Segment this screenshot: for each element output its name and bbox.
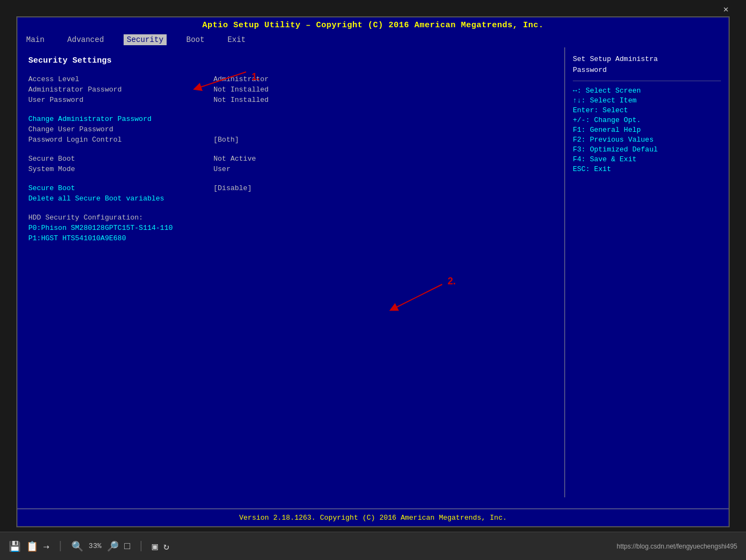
close-button[interactable]: ✕ xyxy=(723,4,729,15)
label-hdd-security: HDD Security Configuration: xyxy=(28,214,213,222)
key-f3: F3: Optimized Defaul xyxy=(573,145,721,154)
bottom-bar: Version 2.18.1263. Copyright (C) 2016 Am… xyxy=(17,508,729,526)
key-f4: F4: Save & Exit xyxy=(573,155,721,163)
taskbar-icon-refresh[interactable]: ↻ xyxy=(163,540,169,552)
label-password-login-control: Password Login Control xyxy=(28,136,213,144)
taskbar-separator-2: | xyxy=(138,540,144,552)
menu-item-boot[interactable]: Boot xyxy=(183,34,208,45)
taskbar-icon-save[interactable]: 💾 xyxy=(9,540,21,552)
taskbar: 💾 📋 ⇢ | 🔍 33% 🔎 □ | ▣ ↻ https://blog.csd… xyxy=(0,532,746,560)
section-title: Security Settings xyxy=(28,56,553,65)
menu-item-main[interactable]: Main xyxy=(23,34,48,45)
taskbar-zoom-level: 33% xyxy=(89,542,101,550)
label-secure-boot-status: Secure Boot xyxy=(28,155,213,163)
label-delete-secure-boot: Delete all Secure Boot variables xyxy=(28,194,213,203)
key-f2: F2: Previous Values xyxy=(573,136,721,144)
left-panel: Security Settings Access Level Administr… xyxy=(17,47,565,497)
key-change-opt: +/-: Change Opt. xyxy=(573,116,721,124)
row-password-login-control[interactable]: Password Login Control [Both] xyxy=(28,136,553,144)
label-user-password: User Password xyxy=(28,96,213,104)
bios-window: ✕ Aptio Setup Utility – Copyright (C) 20… xyxy=(16,16,730,527)
row-secure-boot-toggle[interactable]: Secure Boot [Disable] xyxy=(28,184,553,192)
taskbar-icon-copy[interactable]: 📋 xyxy=(26,540,38,552)
right-divider xyxy=(573,81,721,81)
label-access-level: Access Level xyxy=(28,75,213,83)
label-system-mode: System Mode xyxy=(28,165,213,173)
value-user-password: Not Installed xyxy=(213,96,268,104)
zoom-value: 33% xyxy=(89,542,101,550)
label-p0: P0:Phison SM280128GPTC15T-S114-110 xyxy=(28,224,213,232)
value-access-level: Administrator xyxy=(213,75,268,83)
content-area: Security Settings Access Level Administr… xyxy=(17,47,729,497)
menu-item-exit[interactable]: Exit xyxy=(224,34,249,45)
row-change-admin-password[interactable]: Change Administrator Password xyxy=(28,115,553,123)
row-p1[interactable]: P1:HGST HTS541010A9E680 xyxy=(28,234,553,242)
value-admin-password: Not Installed xyxy=(213,86,268,94)
right-panel: Set Setup AdministraPassword ↔: Select S… xyxy=(565,47,729,497)
title-text: Aptio Setup Utility – Copyright (C) 2016… xyxy=(202,21,543,30)
label-change-admin-password: Change Administrator Password xyxy=(28,115,213,123)
label-admin-password: Administrator Password xyxy=(28,86,213,94)
title-bar: Aptio Setup Utility – Copyright (C) 2016… xyxy=(17,17,729,33)
menu-item-security[interactable]: Security xyxy=(124,34,167,45)
row-access-level: Access Level Administrator xyxy=(28,75,553,83)
taskbar-icon-fit[interactable]: □ xyxy=(124,541,130,552)
row-secure-boot-status: Secure Boot Not Active xyxy=(28,155,553,163)
label-change-user-password: Change User Password xyxy=(28,125,213,133)
key-select-item: ↑↓: Select Item xyxy=(573,96,721,105)
value-secure-boot-toggle: [Disable] xyxy=(213,184,252,192)
key-select-screen: ↔: Select Screen xyxy=(573,87,721,95)
help-description: Set Setup AdministraPassword xyxy=(573,54,721,75)
version-text: Version 2.18.1263. Copyright (C) 2016 Am… xyxy=(239,514,506,522)
label-secure-boot-toggle: Secure Boot xyxy=(28,184,213,192)
row-system-mode: System Mode User xyxy=(28,165,553,173)
key-f1: F1: General Help xyxy=(573,126,721,134)
taskbar-icon-zoom-in[interactable]: 🔎 xyxy=(107,540,119,552)
value-system-mode: User xyxy=(213,165,230,173)
label-p1: P1:HGST HTS541010A9E680 xyxy=(28,234,213,242)
taskbar-icon-share[interactable]: ⇢ xyxy=(44,540,50,552)
value-secure-boot-status: Not Active xyxy=(213,155,256,163)
taskbar-icon-window[interactable]: ▣ xyxy=(152,540,158,552)
row-delete-secure-boot[interactable]: Delete all Secure Boot variables xyxy=(28,194,553,203)
taskbar-icon-zoom-out[interactable]: 🔍 xyxy=(71,540,83,552)
taskbar-url: https://blog.csdn.net/fengyuechengshi495 xyxy=(617,543,738,550)
row-p0[interactable]: P0:Phison SM280128GPTC15T-S114-110 xyxy=(28,224,553,232)
row-user-password: User Password Not Installed xyxy=(28,96,553,104)
key-enter-select: Enter: Select xyxy=(573,106,721,114)
menu-item-advanced[interactable]: Advanced xyxy=(64,34,107,45)
row-change-user-password[interactable]: Change User Password xyxy=(28,125,553,133)
menu-bar: Main Advanced Security Boot Exit xyxy=(17,33,729,47)
key-esc: ESC: Exit xyxy=(573,165,721,173)
value-password-login-control: [Both] xyxy=(213,136,239,144)
row-admin-password: Administrator Password Not Installed xyxy=(28,86,553,94)
taskbar-separator-1: | xyxy=(57,540,64,552)
row-hdd-security: HDD Security Configuration: xyxy=(28,214,553,222)
